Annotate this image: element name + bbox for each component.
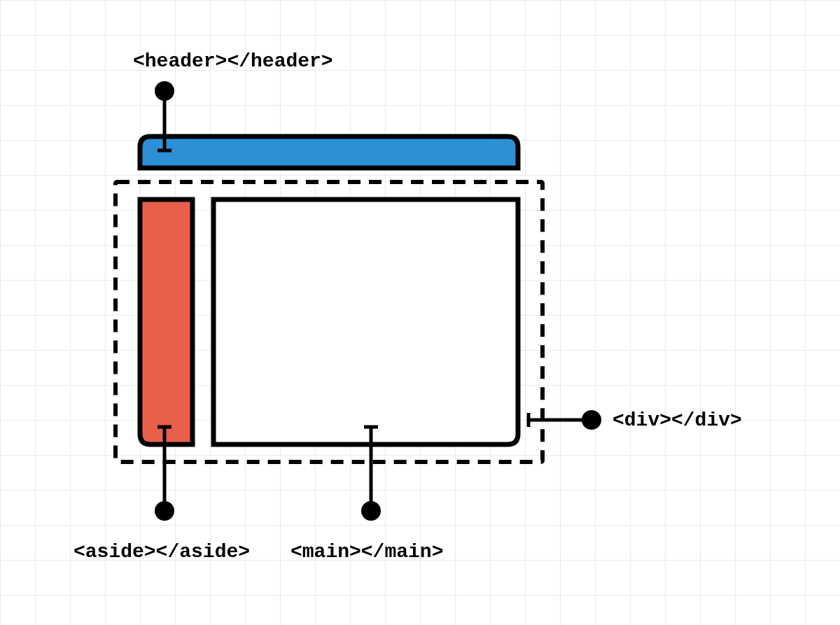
aside-leader-dot [155,501,174,521]
main-leader-dot [361,501,381,521]
aside-box [140,199,192,444]
main-box [214,199,518,444]
diagram-canvas [0,0,840,625]
div-leader-dot [582,410,601,430]
header-box [140,136,518,168]
main-label: <main></main> [290,541,443,563]
header-leader-dot [155,81,174,101]
div-label: <div></div> [612,409,742,431]
aside-label: <aside></aside> [74,541,250,563]
header-label: <header></header> [133,50,333,72]
